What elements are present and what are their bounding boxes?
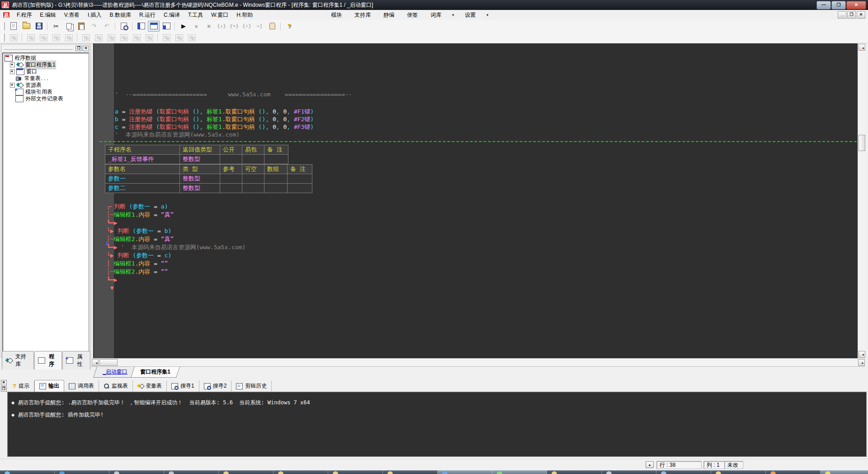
mdi-restore-button[interactable]: ❐	[847, 11, 856, 19]
taskbar-button-app-icon-green[interactable]	[492, 470, 547, 474]
taskbar-button-app-icon-blue[interactable]	[438, 470, 492, 474]
code-line[interactable]: ┆╌编辑框1.内容 = “真”	[107, 211, 245, 219]
panel-drag-handle[interactable]	[4, 47, 73, 50]
table-cell[interactable]: 参数名	[105, 165, 180, 174]
code-comment-banner[interactable]: ' --===================== www.5a5x.com =…	[115, 90, 352, 98]
code-line[interactable]: ┗━▶	[107, 219, 245, 227]
table-cell[interactable]: 参数一	[105, 174, 180, 184]
code-line[interactable]: └▶ 判断 (参数一 = b)	[107, 227, 245, 235]
taskbar-button-folder-icon[interactable]	[383, 470, 438, 474]
status-expand-button[interactable]: ▲	[646, 461, 654, 468]
output-close-button[interactable]: ✕	[1, 380, 7, 385]
table-cell[interactable]	[220, 184, 242, 193]
menu-item[interactable]: R.运行	[135, 10, 160, 20]
table-cell[interactable]: 备 注	[288, 165, 312, 174]
table-cell[interactable]	[220, 155, 242, 164]
table-cell[interactable]	[288, 184, 312, 193]
expand-icon[interactable]	[10, 62, 15, 67]
code-line[interactable]: ' 本源码来自易语言资源网(www.5a5x.com)	[115, 131, 314, 138]
output-tab-搜寻2[interactable]: 搜寻2	[199, 380, 232, 392]
hotkey-code-block[interactable]: a = 注册热键 (取窗口句柄 (), 标签1.取窗口句柄 (), 0, 0, …	[115, 108, 314, 138]
doc-tab-_启动窗口[interactable]: _启动窗口	[93, 367, 137, 378]
taskbar-button-app-icon-yellow[interactable]	[821, 470, 868, 474]
menu-item[interactable]: E.编辑	[36, 10, 60, 20]
code-line[interactable]: ┗━▶ ' 本源码来自易语言资源网(www.5a5x.com)	[107, 243, 245, 251]
code-line[interactable]: └▶ 判断 (参数一 = c)	[107, 251, 245, 260]
output-tab-剪辑历史[interactable]: 剪辑历史	[231, 380, 272, 392]
mdi-minimize-button[interactable]: _	[838, 11, 846, 19]
logic-code-block[interactable]: ┌╴判断 (参数一 = a)┆╌编辑框1.内容 = “真”┗━▶└▶ 判断 (参…	[107, 203, 245, 292]
table-cell[interactable]: 整数型	[180, 155, 220, 164]
output-tab-输出[interactable]: 输出	[34, 380, 64, 392]
minimize-button[interactable]: —	[816, 1, 831, 9]
horizontal-scroll-thumb[interactable]	[99, 359, 118, 366]
table-cell[interactable]	[288, 174, 312, 184]
tree-item-模块引用表[interactable]: 模块引用表	[5, 89, 89, 95]
table-cell[interactable]	[220, 174, 242, 184]
menu-item[interactable]: B.数据库	[106, 10, 135, 20]
table-cell[interactable]	[264, 184, 288, 193]
taskbar-button-gray-orb[interactable]	[109, 470, 164, 474]
scroll-left-button[interactable]: ◄	[92, 359, 99, 366]
hand-tool-button[interactable]	[266, 21, 278, 32]
plugin-menu-item[interactable]: 词库	[424, 10, 448, 20]
panel-tab-属性[interactable]: 属性	[62, 351, 90, 370]
table-cell[interactable]: 公开	[220, 145, 242, 155]
taskbar-button-start-orb[interactable]	[0, 470, 55, 474]
tree-item-常量表. . .[interactable]: 常量表. . .	[5, 75, 89, 81]
menu-item[interactable]: H.帮助	[232, 10, 257, 20]
table-cell[interactable]: 可空	[242, 165, 264, 174]
taskbar-button-browser-icon[interactable]	[55, 470, 109, 474]
tree-item-窗口[interactable]: 窗口	[5, 68, 89, 75]
table-cell[interactable]: 整数型	[180, 174, 220, 184]
help-find-button[interactable]: ?	[283, 21, 295, 32]
output-tab-搜寻1[interactable]: 搜寻1	[167, 380, 199, 392]
view-split-button[interactable]	[160, 21, 172, 32]
tree-item-外部文件记录表[interactable]: 外部文件记录表	[5, 95, 89, 102]
panel-close-button[interactable]: ✕	[83, 46, 89, 51]
doc-tab-窗口程序集1[interactable]: 窗口程序集1	[131, 367, 179, 378]
taskbar-button-folder-icon[interactable]	[219, 470, 274, 474]
table-cell[interactable]: 参数二	[105, 184, 180, 193]
expand-icon[interactable]	[10, 69, 15, 74]
open-file-button[interactable]	[20, 21, 32, 32]
taskbar-button-folder-icon[interactable]	[274, 470, 328, 474]
menu-item[interactable]: W.窗口	[207, 10, 232, 20]
code-line[interactable]: a = 注册热键 (取窗口句柄 (), 标签1.取窗口句柄 (), 0, 0, …	[115, 108, 314, 115]
new-file-button[interactable]	[8, 21, 19, 32]
view-top-button[interactable]	[148, 21, 160, 32]
table-cell[interactable]	[264, 155, 288, 164]
code-line[interactable]: ┆╌编辑框2.内容 = “真”	[107, 235, 245, 243]
menu-item[interactable]: V.查看	[60, 10, 84, 20]
dropdown-arrow-icon[interactable]: ▼	[448, 13, 458, 17]
code-line[interactable]: │ 编辑框1.内容 = “”	[107, 260, 245, 268]
tree-item-窗口程序集1[interactable]: 窗口程序集1	[5, 62, 89, 68]
plugin-menu-item[interactable]: 便签	[401, 10, 424, 20]
close-button[interactable]: ✕	[846, 1, 866, 9]
cut-button[interactable]: ✂	[50, 21, 62, 32]
table-cell[interactable]	[242, 184, 264, 193]
taskbar-button-app-icon-blue[interactable]	[656, 470, 711, 474]
output-content[interactable]: ◆ 易语言助手提醒您: .易语言助手加载完毕！ ，智能编译开启成功！ 当前易版本…	[7, 392, 867, 457]
table-cell[interactable]: 子程序名	[105, 145, 180, 155]
menu-item[interactable]: F.程序	[13, 10, 36, 20]
taskbar-button-folder-icon[interactable]	[328, 470, 383, 474]
plugin-menu-item[interactable]: 静编	[377, 10, 401, 20]
taskbar-button-gray-icon[interactable]	[602, 470, 656, 474]
output-tab-监视表[interactable]: 监视表	[99, 380, 133, 392]
scroll-right-button[interactable]: ►	[858, 359, 865, 366]
find-button[interactable]	[118, 21, 130, 32]
table-cell[interactable]: 类 型	[180, 165, 220, 174]
menu-item[interactable]: I.插入	[84, 10, 106, 20]
taskbar-button-app-icon-orange[interactable]	[766, 470, 821, 474]
plugin-menu-item[interactable]: 支持库	[348, 10, 377, 20]
subroutine-table[interactable]: 子程序名返回值类型公开易包备 注_标签1_反馈事件整数型参数名类 型参考可空数组…	[105, 145, 312, 193]
code-line[interactable]: ┌╴判断 (参数一 = a)	[107, 203, 245, 211]
taskbar-button-folder-icon[interactable]	[547, 470, 602, 474]
toolbar-grip[interactable]	[1, 33, 5, 42]
code-line[interactable]: c = 注册热键 (取窗口句柄 (), 标签1.取窗口句柄 (), 0, 0, …	[115, 123, 314, 131]
code-line[interactable]: ▼	[107, 284, 245, 292]
code-line[interactable]: ┆╌编辑框2.内容 = “”	[107, 268, 245, 276]
code-line[interactable]: ┗━▶	[107, 276, 245, 284]
output-tab-变量表[interactable]: 变量表	[133, 380, 167, 392]
